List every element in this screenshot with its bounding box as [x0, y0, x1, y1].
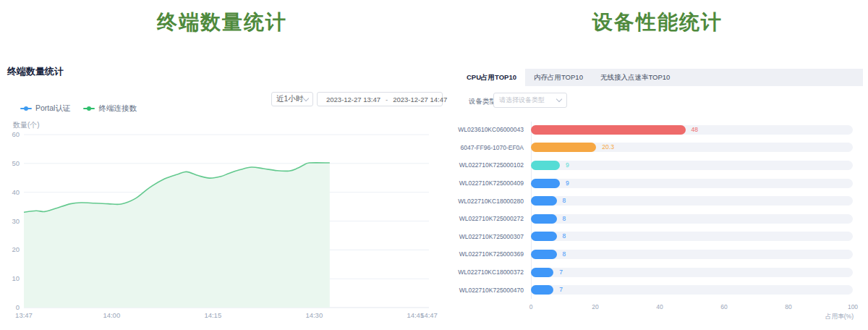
chevron-down-icon	[303, 95, 309, 101]
bar-fill[interactable]	[531, 268, 553, 277]
x-tick-label: 14:00	[103, 311, 120, 319]
date-start: 2023-12-27 13:47	[326, 96, 380, 103]
bar-category-label: 6047-FF96-1070-EF0A	[456, 144, 524, 151]
bar-track: 9	[531, 179, 853, 188]
y-tick-label: 60	[12, 130, 20, 138]
bar-value-label: 48	[692, 125, 698, 135]
bar-value-label: 7	[559, 285, 563, 295]
bar-fill[interactable]	[531, 250, 557, 259]
bar-category-label: WL022710K725000409	[456, 179, 524, 187]
bar-value-label: 8	[563, 250, 566, 259]
bar-x-tick: 80	[785, 303, 791, 310]
bar-track: 8	[531, 214, 853, 224]
legend-marker-icon	[20, 108, 32, 109]
x-tick-label: 14:47	[420, 311, 438, 319]
legend-item-label: 终端连接数	[98, 103, 137, 114]
bar-track: 48	[531, 125, 853, 135]
date-range-picker[interactable]: 2023-12-27 13:47 - 2023-12-27 14:47	[317, 92, 443, 106]
bar-fill[interactable]	[531, 179, 560, 188]
bar-category-label: WL022710KC18000280	[456, 198, 524, 205]
bar-fill[interactable]	[531, 125, 686, 135]
bar-category-label: WL022710KC18000372	[456, 268, 524, 276]
bar-fill[interactable]	[531, 196, 557, 206]
bar-category-label: WL022710K725000272	[456, 215, 524, 222]
bar-x-tick: 20	[592, 303, 598, 310]
bar-x-tick: 100	[848, 303, 858, 310]
bar-category-label: WL022710K725000102	[456, 161, 524, 169]
bar-rows: WL023610KC06000043486047-FF96-1070-EF0A2…	[456, 121, 861, 299]
x-tick-label: 14:15	[204, 311, 221, 319]
bar-x-tick: 0	[529, 303, 533, 310]
bar-track: 7	[531, 268, 853, 277]
bar-row: WL022710K7250001029	[456, 156, 861, 174]
bar-fill[interactable]	[531, 143, 596, 152]
bar-row: WL022710KC180003727	[456, 263, 861, 282]
time-range-select-value: 近1小时	[276, 94, 303, 104]
bar-track: 8	[531, 232, 853, 241]
device-performance-title: 设备性能统计	[447, 9, 868, 36]
bar-value-label: 7	[559, 268, 563, 277]
legend-marker-icon	[83, 108, 95, 109]
bar-x-tick: 40	[656, 303, 663, 310]
chart-legend: Portal认证终端连接数	[20, 103, 137, 114]
bar-value-label: 8	[563, 214, 566, 224]
date-end: 2023-12-27 14:47	[393, 96, 447, 103]
y-tick-label: 0	[16, 303, 20, 311]
terminal-stats-title: 终端数量统计	[0, 9, 444, 36]
y-tick-label: 10	[12, 274, 20, 282]
performance-tabs: CPU占用TOP10内存占用TOP10无线接入点速率TOP10	[458, 69, 863, 86]
bar-x-axis-name: 占用率(%)	[810, 313, 854, 321]
device-type-select[interactable]: 请选择设备类型	[493, 93, 567, 108]
bar-category-label: WL022710K725000369	[456, 250, 524, 258]
device-type-label: 设备类型	[469, 97, 496, 106]
bar-value-label: 9	[566, 179, 569, 188]
bar-fill[interactable]	[531, 161, 560, 170]
bar-row: WL022710K7250004099	[456, 174, 861, 192]
bar-fill[interactable]	[531, 232, 557, 241]
bar-row: WL022710K7250002728	[456, 210, 861, 228]
tab-1[interactable]: 内存占用TOP10	[525, 69, 592, 86]
bar-value-label: 9	[566, 161, 569, 170]
bar-x-tick: 60	[720, 303, 727, 310]
y-tick-label: 50	[12, 159, 20, 167]
bar-row: WL022710K7250003078	[456, 228, 861, 246]
date-separator: -	[384, 96, 389, 103]
bar-row: WL022710K7250003698	[456, 245, 861, 263]
legend-item-label: Portal认证	[35, 103, 70, 114]
bar-row: WL022710K7250004707	[456, 281, 861, 299]
terminal-panel-header: 终端数量统计	[7, 65, 64, 78]
bar-track: 7	[531, 285, 853, 295]
bar-track: 20.3	[531, 143, 853, 152]
device-type-placeholder: 请选择设备类型	[499, 96, 545, 105]
bar-fill[interactable]	[531, 285, 553, 295]
bar-x-axis: 020406080100	[531, 303, 853, 312]
bar-track: 9	[531, 161, 853, 170]
x-tick-label: 14:30	[305, 311, 323, 319]
bar-category-label: WL023610KC06000043	[456, 126, 524, 133]
y-tick-label: 30	[12, 217, 20, 225]
bar-value-label: 8	[563, 196, 566, 206]
bar-value-label: 20.3	[602, 143, 614, 152]
tab-2[interactable]: 无线接入点速率TOP10	[592, 69, 678, 86]
time-range-select[interactable]: 近1小时	[271, 92, 313, 106]
chevron-down-icon	[556, 96, 562, 102]
bar-row: 6047-FF96-1070-EF0A20.3	[456, 139, 861, 157]
bar-category-label: WL022710K725000470	[456, 287, 524, 294]
legend-item-0[interactable]: Portal认证	[20, 103, 70, 114]
series-area	[24, 163, 330, 308]
bar-row: WL023610KC0600004348	[456, 121, 861, 139]
bar-fill[interactable]	[531, 214, 557, 224]
bar-row: WL022710KC180002808	[456, 192, 861, 210]
x-tick-label: 13:47	[15, 311, 33, 319]
bar-category-label: WL022710K725000307	[456, 233, 524, 240]
y-tick-label: 40	[12, 188, 20, 196]
tab-0[interactable]: CPU占用TOP10	[458, 69, 525, 86]
dashboard-page: 终端数量统计 终端数量统计 近1小时 2023-12-27 13:47 - 20…	[0, 0, 868, 330]
y-axis-name: 数量(个)	[13, 120, 40, 130]
y-tick-label: 20	[12, 245, 20, 253]
legend-item-1[interactable]: 终端连接数	[83, 103, 137, 114]
terminal-trend-svg: 010203040506013:4714:0014:1514:3014:4514…	[0, 130, 445, 327]
bar-value-label: 8	[563, 232, 566, 241]
bar-track: 8	[531, 250, 853, 259]
bar-track: 8	[531, 196, 853, 206]
